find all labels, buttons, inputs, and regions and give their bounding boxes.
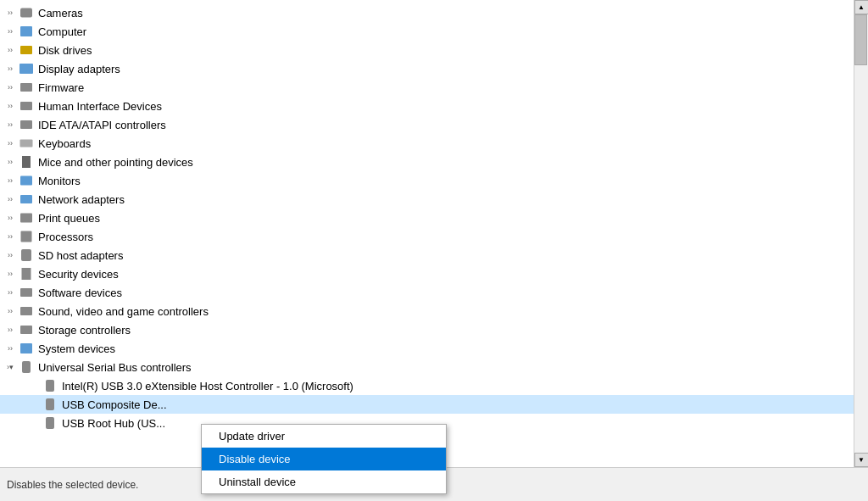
svg-rect-4 xyxy=(20,83,32,92)
scroll-down-button[interactable]: ▼ xyxy=(854,453,869,467)
context-menu-item-update-driver[interactable]: Update driver xyxy=(202,425,446,448)
tree-label-ide: IDE ATA/ATAPI controllers xyxy=(38,119,850,131)
tree-label-usb-root: USB Root Hub (US... xyxy=(62,417,850,430)
svg-rect-5 xyxy=(20,102,32,110)
tree-item-processors[interactable]: ›Processors xyxy=(0,227,854,246)
tree-label-firmware: Firmware xyxy=(38,81,850,94)
expander-usb[interactable]: ▾ xyxy=(3,360,17,374)
tree-item-keyboards[interactable]: ›Keyboards xyxy=(0,134,854,153)
tree-item-sound[interactable]: ›Sound, video and game controllers xyxy=(0,302,854,320)
tree-item-firmware[interactable]: ›Firmware xyxy=(0,78,854,97)
expander-network[interactable]: › xyxy=(3,192,17,206)
tree-item-disk-drives[interactable]: ›Disk drives xyxy=(0,41,854,59)
svg-rect-8 xyxy=(22,156,31,168)
svg-rect-10 xyxy=(20,195,32,203)
context-menu-item-uninstall-device[interactable]: Uninstall device xyxy=(202,470,446,493)
device-tree[interactable]: ›Cameras›Computer›Disk drives›Display ad… xyxy=(0,0,854,467)
software-icon xyxy=(19,285,34,300)
svg-rect-21 xyxy=(46,398,54,410)
expander-computer[interactable]: › xyxy=(3,25,17,38)
expander-display-adapters[interactable]: › xyxy=(3,62,17,75)
expander-software[interactable]: › xyxy=(3,286,17,299)
tree-item-storage[interactable]: ›Storage controllers xyxy=(0,320,854,339)
tree-item-hid[interactable]: ›Human Interface Devices xyxy=(0,97,854,115)
tree-label-usb: Universal Serial Bus controllers xyxy=(38,361,850,374)
tree-label-keyboards: Keyboards xyxy=(38,137,850,150)
tree-label-hid: Human Interface Devices xyxy=(38,100,850,113)
scrollbar-thumb[interactable] xyxy=(854,14,867,65)
tree-label-print: Print queues xyxy=(38,212,850,225)
tree-item-display-adapters[interactable]: ›Display adapters xyxy=(0,59,854,78)
tree-label-storage: Storage controllers xyxy=(38,324,850,337)
vertical-scrollbar[interactable]: ▲ ▼ xyxy=(854,0,868,467)
security-icon xyxy=(19,266,34,281)
ide-icon xyxy=(19,117,34,132)
tree-item-usb-intel[interactable]: ›Intel(R) USB 3.0 eXtensible Host Contro… xyxy=(0,376,854,395)
expander-keyboards[interactable]: › xyxy=(3,136,17,150)
svg-rect-15 xyxy=(20,288,32,297)
tree-label-monitors: Monitors xyxy=(38,175,850,187)
expander-sound[interactable]: › xyxy=(3,304,17,318)
svg-rect-18 xyxy=(20,343,32,353)
expander-firmware[interactable]: › xyxy=(3,81,17,94)
tree-item-computer[interactable]: ›Computer xyxy=(0,22,854,41)
expander-monitors[interactable]: › xyxy=(3,174,17,187)
camera-icon xyxy=(19,5,34,20)
svg-rect-13 xyxy=(21,249,31,261)
scrollbar-track[interactable] xyxy=(854,14,868,453)
tree-item-usb[interactable]: ▾Universal Serial Bus controllers xyxy=(0,358,854,376)
tree-label-mice: Mice and other pointing devices xyxy=(38,156,850,169)
scroll-up-button[interactable]: ▲ xyxy=(854,0,869,14)
svg-rect-2 xyxy=(20,46,32,54)
tree-item-software[interactable]: ›Software devices xyxy=(0,283,854,302)
expander-system[interactable]: › xyxy=(3,342,17,355)
expander-security[interactable]: › xyxy=(3,267,17,281)
usb-device-icon xyxy=(42,378,58,393)
tree-item-network[interactable]: ›Network adapters xyxy=(0,190,854,209)
tree-item-usb-composite[interactable]: ›USB Composite De... xyxy=(0,395,854,414)
firmware-icon xyxy=(19,80,34,95)
svg-rect-17 xyxy=(20,326,32,334)
expander-cameras[interactable]: › xyxy=(3,6,17,19)
expander-processors[interactable]: › xyxy=(3,230,17,243)
context-menu: Update driverDisable deviceUninstall dev… xyxy=(201,424,447,494)
svg-rect-1 xyxy=(20,26,32,36)
expander-mice[interactable]: › xyxy=(3,155,17,169)
tree-item-cameras[interactable]: ›Cameras xyxy=(0,3,854,22)
tree-item-print[interactable]: ›Print queues xyxy=(0,209,854,227)
tree-label-software: Software devices xyxy=(38,287,850,299)
tree-label-security: Security devices xyxy=(38,268,850,281)
tree-item-system[interactable]: ›System devices xyxy=(0,339,854,358)
device-manager-panel: ›Cameras›Computer›Disk drives›Display ad… xyxy=(0,0,868,467)
svg-rect-9 xyxy=(20,176,32,186)
tree-item-security[interactable]: ›Security devices xyxy=(0,264,854,283)
tree-item-mice[interactable]: ›Mice and other pointing devices xyxy=(0,153,854,171)
tree-label-processors: Processors xyxy=(38,231,850,243)
expander-disk-drives[interactable]: › xyxy=(3,43,17,57)
svg-rect-0 xyxy=(20,8,32,18)
expander-print[interactable]: › xyxy=(3,211,17,225)
tree-item-sd-host[interactable]: ›SD host adapters xyxy=(0,246,854,264)
tree-item-monitors[interactable]: ›Monitors xyxy=(0,171,854,190)
svg-rect-3 xyxy=(19,64,33,74)
sound-icon xyxy=(19,303,34,319)
network-icon xyxy=(19,192,34,207)
disk-icon xyxy=(19,42,34,58)
usb-device-icon xyxy=(42,397,58,412)
context-menu-item-disable-device[interactable]: Disable device xyxy=(202,448,446,470)
tree-item-ide[interactable]: ›IDE ATA/ATAPI controllers xyxy=(0,115,854,134)
expander-storage[interactable]: › xyxy=(3,323,17,337)
hid-icon xyxy=(19,98,34,114)
svg-rect-11 xyxy=(20,214,32,223)
svg-rect-7 xyxy=(20,140,33,148)
expander-ide[interactable]: › xyxy=(3,118,17,131)
tree-label-system: System devices xyxy=(38,342,850,355)
tree-label-display-adapters: Display adapters xyxy=(38,63,850,75)
expander-hid[interactable]: › xyxy=(3,99,17,113)
expander-sd-host[interactable]: › xyxy=(3,248,17,262)
svg-rect-16 xyxy=(20,307,32,315)
display-icon xyxy=(19,61,34,76)
tree-label-sound: Sound, video and game controllers xyxy=(38,305,850,318)
svg-rect-19 xyxy=(22,361,31,373)
computer-icon xyxy=(19,24,34,39)
